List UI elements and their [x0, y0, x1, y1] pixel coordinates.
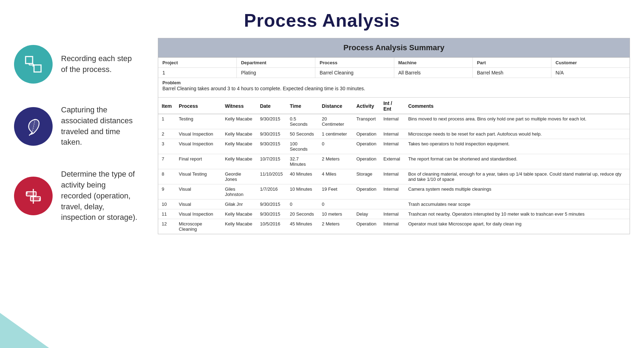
cell-item: 11: [158, 209, 175, 219]
cell-time: 50 Seconds: [286, 129, 318, 139]
cell-witness: Kelly Macabe: [221, 129, 256, 139]
cell-comments: Microscope needs to be reset for each pa…: [405, 129, 630, 139]
cell-time: 40 Minutes: [286, 169, 318, 184]
col-distance: Distance: [318, 98, 353, 114]
cell-distance: 2 Meters: [318, 154, 353, 169]
meta-values-row: 1 Plating Barrel Cleaning All Barrels Ba…: [158, 68, 630, 78]
cell-date: 9/30/2015: [256, 129, 286, 139]
problem-row: Problem Barrel Cleaning takes around 3 t…: [158, 78, 630, 97]
cell-comments: Box of cleaning material, enough for a y…: [405, 169, 630, 184]
cell-witness: Geordie Jones: [221, 169, 256, 184]
cell-time: 0: [286, 199, 318, 209]
cell-process: Visual Inspection: [175, 139, 221, 154]
customer-label-cell: Customer: [551, 58, 630, 67]
cell-item: 9: [158, 184, 175, 199]
cell-comments: Operator must take Microscope apart, for…: [405, 219, 630, 234]
cell-time: 45 Minutes: [286, 219, 318, 234]
cell-time: 10 Minutes: [286, 184, 318, 199]
col-process: Process: [175, 98, 221, 114]
sidebar-text-determine: Determine the type of activity being rec…: [61, 169, 138, 223]
col-item: Item: [158, 98, 175, 114]
svg-rect-7: [26, 192, 36, 196]
cell-int_ent: Internal: [380, 209, 405, 219]
cell-activity: Operation: [353, 154, 380, 169]
part-label-cell: Part: [473, 58, 551, 67]
cell-date: 1/7/2016: [256, 184, 286, 199]
cell-activity: Transport: [353, 114, 380, 129]
cell-time: 20 Seconds: [286, 209, 318, 219]
cell-date: 9/30/2015: [256, 209, 286, 219]
svg-rect-8: [31, 197, 40, 201]
cell-time: 32.7 Minutes: [286, 154, 318, 169]
col-activity: Activity: [353, 98, 380, 114]
cell-process: Visual: [175, 199, 221, 209]
project-label: Project: [162, 60, 178, 65]
cell-item: 2: [158, 129, 175, 139]
sidebar-text-recording: Recording each step of the process.: [61, 53, 138, 75]
purple-icon-circle: [14, 107, 53, 146]
cell-int_ent: Internal: [380, 184, 405, 199]
cell-item: 3: [158, 139, 175, 154]
sidebar-item-capturing: Capturing the associated distances trave…: [14, 105, 147, 148]
cell-distance: 0: [318, 139, 353, 154]
table-area: Process Analysis Summary Project Departm…: [158, 38, 630, 234]
cell-int_ent: Internal: [380, 219, 405, 234]
cell-activity: Operation: [353, 219, 380, 234]
cell-activity: Storage: [353, 169, 380, 184]
customer-value-cell: N/A: [551, 68, 630, 78]
col-date: Date: [256, 98, 286, 114]
cell-witness: Gilak Jnr: [221, 199, 256, 209]
cell-process: Testing: [175, 114, 221, 129]
table-row: 1TestingKelly Macabe9/30/20150.5 Seconds…: [158, 114, 630, 129]
part-value: Barrel Mesh: [477, 70, 503, 75]
cell-date: 10/7/2015: [256, 154, 286, 169]
table-header-row: Item Process Witness Date Time Distance …: [158, 98, 630, 114]
col-witness: Witness: [221, 98, 256, 114]
cell-distance: 10 meters: [318, 209, 353, 219]
cell-int_ent: External: [380, 154, 405, 169]
cell-distance: 1 centimeter: [318, 129, 353, 139]
customer-value: N/A: [556, 70, 564, 75]
red-icon-circle: [14, 177, 53, 215]
process-value-cell: Barrel Cleaning: [315, 68, 394, 78]
cell-process: Microscope Cleaning: [175, 219, 221, 234]
cell-comments: Camera system needs multiple cleanings: [405, 184, 630, 199]
col-comments: Comments: [405, 98, 630, 114]
sign-icon: [23, 185, 44, 206]
project-value: 1: [162, 70, 165, 75]
customer-label: Customer: [556, 60, 577, 65]
problem-text: Barrel Cleaning takes around 3 to 4 hour…: [162, 86, 365, 91]
cell-process: Visual: [175, 184, 221, 199]
department-label: Department: [241, 60, 266, 65]
cell-activity: Operation: [353, 184, 380, 199]
cell-item: 1: [158, 114, 175, 129]
project-value-cell: 1: [158, 68, 237, 78]
part-value-cell: Barrel Mesh: [473, 68, 551, 78]
table-row: 9VisualGiles Johnston1/7/201610 Minutes1…: [158, 184, 630, 199]
process-value: Barrel Cleaning: [320, 70, 354, 75]
cell-process: Visual Inspection: [175, 129, 221, 139]
cell-item: 12: [158, 219, 175, 234]
table-row: 2Visual InspectionKelly Macabe9/30/20155…: [158, 129, 630, 139]
cell-activity: Operation: [353, 139, 380, 154]
sidebar-item-recording: Recording each step of the process.: [14, 45, 147, 84]
cell-comments: Bins moved to next process area. Bins on…: [405, 114, 630, 129]
teal-icon-circle: [14, 45, 53, 84]
cell-distance: 4 Miles: [318, 169, 353, 184]
cell-activity: Operation: [353, 129, 380, 139]
cell-witness: Kelly Macabe: [221, 139, 256, 154]
page-title: Process Analysis: [0, 0, 644, 38]
problem-label: Problem: [162, 80, 625, 85]
cell-process: Final report: [175, 154, 221, 169]
cell-date: 10/5/2016: [256, 219, 286, 234]
cell-witness: Kelly Macabe: [221, 209, 256, 219]
cell-distance: 19 Feet: [318, 184, 353, 199]
cell-activity: [353, 199, 380, 209]
cell-witness: Kelly Macabe: [221, 219, 256, 234]
process-record-icon: [23, 54, 44, 75]
cell-int_ent: [380, 199, 405, 209]
meta-labels-row: Project Department Process Machine Part …: [158, 58, 630, 68]
cell-process: Visual Inspection: [175, 209, 221, 219]
process-label-cell: Process: [315, 58, 394, 67]
left-sidebar: Recording each step of the process. Capt…: [14, 38, 147, 223]
